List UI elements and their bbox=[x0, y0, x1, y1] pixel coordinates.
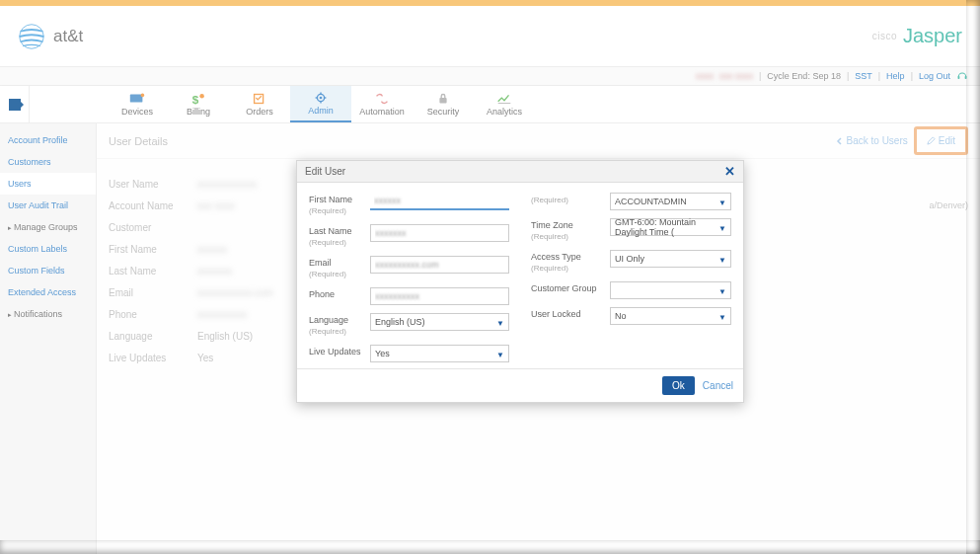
phone-input[interactable] bbox=[370, 287, 509, 305]
sidebar-item-notifications[interactable]: Notifications bbox=[0, 303, 96, 325]
customer-group-label: Customer Group bbox=[531, 283, 597, 293]
time-zone-label: Time Zone bbox=[531, 220, 573, 230]
last-name-input[interactable] bbox=[370, 224, 509, 242]
sidebar-item-manage-groups[interactable]: Manage Groups bbox=[0, 216, 96, 238]
analytics-icon bbox=[495, 92, 513, 106]
phone-label: Phone bbox=[309, 289, 335, 299]
att-globe-icon bbox=[18, 23, 45, 50]
logout-link[interactable]: Log Out bbox=[919, 71, 950, 81]
partner-name: Jasper bbox=[903, 25, 962, 47]
nav-automation[interactable]: Automation bbox=[351, 86, 413, 122]
svg-point-6 bbox=[199, 94, 204, 99]
support-headset-icon[interactable] bbox=[956, 70, 968, 82]
user-locked-label: User Locked bbox=[531, 309, 581, 319]
ok-button[interactable]: Ok bbox=[662, 376, 695, 395]
brand-header: at&t cisco Jasper bbox=[0, 6, 980, 66]
automation-icon bbox=[373, 92, 391, 106]
help-link[interactable]: Help bbox=[886, 71, 905, 81]
chevron-down-icon: ▼ bbox=[718, 256, 726, 265]
sidebar-item-user-audit-trail[interactable]: User Audit Trail bbox=[0, 195, 96, 216]
nav-analytics[interactable]: Analytics bbox=[474, 86, 535, 122]
sst-link[interactable]: SST bbox=[855, 71, 872, 81]
utility-bar: xxxx xxx xxxx | Cycle End: Sep 18 | SST … bbox=[0, 66, 980, 86]
svg-point-4 bbox=[141, 94, 145, 98]
role-required: (Required) bbox=[531, 195, 602, 205]
billing-icon: $ bbox=[189, 92, 207, 106]
cancel-button[interactable]: Cancel bbox=[703, 380, 733, 391]
access-type-label: Access Type bbox=[531, 252, 581, 262]
language-label: Language bbox=[309, 315, 348, 325]
language-select[interactable]: English (US)▼ bbox=[370, 313, 509, 331]
access-type-select[interactable]: UI Only▼ bbox=[610, 250, 731, 268]
chevron-down-icon: ▼ bbox=[718, 313, 726, 322]
partner-prefix: cisco bbox=[872, 31, 897, 41]
customer-group-select[interactable]: ▼ bbox=[610, 281, 731, 299]
nav-billing[interactable]: $ Billing bbox=[168, 86, 229, 122]
cycle-end: Cycle End: Sep 18 bbox=[767, 71, 841, 81]
svg-point-9 bbox=[320, 97, 323, 100]
lock-icon bbox=[434, 92, 452, 106]
svg-rect-1 bbox=[958, 76, 960, 79]
modal-close-icon[interactable]: ✕ bbox=[724, 164, 735, 179]
sidebar-item-custom-labels[interactable]: Custom Labels bbox=[0, 238, 96, 260]
admin-gear-icon bbox=[312, 91, 330, 105]
sidebar-item-account-profile[interactable]: Account Profile bbox=[0, 129, 96, 151]
user-locked-select[interactable]: No▼ bbox=[610, 307, 731, 325]
sidebar-toggle[interactable] bbox=[0, 86, 30, 122]
svg-rect-14 bbox=[439, 98, 446, 103]
devices-icon bbox=[128, 92, 146, 106]
chevron-down-icon: ▼ bbox=[718, 287, 726, 296]
chevron-down-icon: ▼ bbox=[496, 319, 504, 328]
chevron-down-icon: ▼ bbox=[718, 224, 726, 233]
sidebar-item-users[interactable]: Users bbox=[0, 173, 96, 195]
time-zone-select[interactable]: GMT-6:00: Mountain Daylight Time (▼ bbox=[610, 218, 731, 236]
topline-blur-b: xxx xxxx bbox=[719, 71, 753, 81]
svg-rect-2 bbox=[965, 76, 967, 79]
admin-sidebar: Account Profile Customers Users User Aud… bbox=[0, 123, 97, 554]
nav-orders[interactable]: Orders bbox=[229, 86, 290, 122]
modal-title: Edit User bbox=[305, 166, 724, 177]
nav-devices[interactable]: Devices bbox=[107, 86, 168, 122]
topline-blur-a: xxxx bbox=[696, 71, 714, 81]
last-name-label: Last Name bbox=[309, 226, 352, 236]
live-updates-select[interactable]: Yes▼ bbox=[370, 345, 509, 362]
nav-admin[interactable]: Admin bbox=[290, 86, 351, 122]
sidebar-item-custom-fields[interactable]: Custom Fields bbox=[0, 260, 96, 281]
svg-rect-3 bbox=[130, 95, 143, 103]
main-nav: Devices $ Billing Orders Admin Automatio… bbox=[0, 86, 980, 123]
chevron-down-icon: ▼ bbox=[496, 351, 504, 359]
email-label: Email bbox=[309, 258, 332, 268]
first-name-label: First Name bbox=[309, 195, 352, 204]
brand-name: at&t bbox=[53, 27, 83, 46]
sidebar-item-customers[interactable]: Customers bbox=[0, 151, 96, 173]
email-input[interactable] bbox=[370, 256, 509, 274]
live-updates-label: Live Updates bbox=[309, 347, 361, 356]
edit-user-modal: Edit User ✕ First Name(Required) Last Na… bbox=[296, 160, 744, 403]
svg-text:$: $ bbox=[192, 93, 199, 106]
first-name-input[interactable] bbox=[370, 193, 509, 210]
role-select[interactable]: ACCOUNTADMIN▼ bbox=[610, 193, 731, 210]
sidebar-item-extended-access[interactable]: Extended Access bbox=[0, 281, 96, 303]
orders-icon bbox=[251, 92, 268, 106]
nav-security[interactable]: Security bbox=[413, 86, 474, 122]
chevron-down-icon: ▼ bbox=[718, 198, 726, 207]
